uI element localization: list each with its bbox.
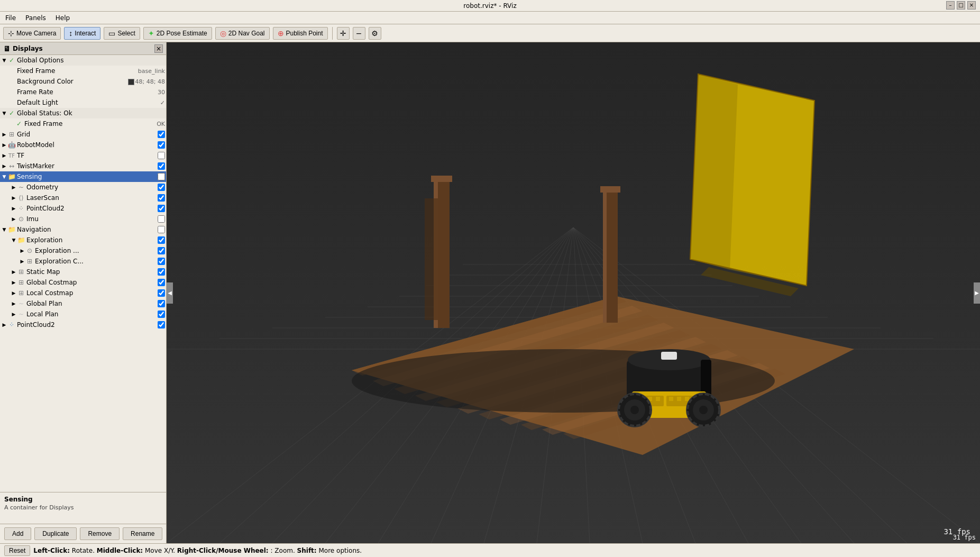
navigation-arrow: ▼ [1,226,7,233]
twistmarker-row[interactable]: ▶ ↔ TwistMarker [0,161,166,171]
minimize-btn[interactable]: – [946,1,955,10]
menu-file[interactable]: File [3,13,18,23]
rename-button[interactable]: Rename [123,527,162,540]
sensing-row[interactable]: ▼ 📁 Sensing [0,171,166,182]
menu-help[interactable]: Help [53,13,72,23]
twistmarker-label: TwistMarker [17,162,155,170]
properties-description: A container for Displays [4,504,162,511]
odometry-row[interactable]: ▶ ~ Odometry [0,182,166,193]
pointcloud2-row[interactable]: ▶ ⁘ PointCloud2 [0,319,166,330]
bg-color-row[interactable]: Background Color 48; 48; 48 [0,76,166,87]
pointcloud2-s-row[interactable]: ▶ ⁘ PointCloud2 [0,203,166,214]
global-options-row[interactable]: ▼ ✓ Global Options [0,55,166,66]
imu-checkbox[interactable] [158,215,165,223]
global-costmap-icon: ⊞ [17,278,25,287]
frame-rate-row[interactable]: Frame Rate 30 [0,87,166,97]
collapse-right-handle[interactable]: ▶ [974,282,980,304]
exploration-checkbox[interactable] [158,236,165,244]
navigation-checkbox[interactable] [158,226,165,233]
local-costmap-row[interactable]: ▶ ⊞ Local Costmap [0,288,166,298]
global-plan-row[interactable]: ▶ ~ Global Plan [0,298,166,309]
exploration-c-icon: ⊞ [25,257,34,266]
local-plan-row[interactable]: ▶ ~ Local Plan [0,309,166,319]
crosshair-button[interactable]: ✛ [337,27,350,40]
global-status-row[interactable]: ▼ ✓ Global Status: Ok [0,108,166,118]
maximize-btn[interactable]: □ [957,1,965,10]
remove-button[interactable]: Remove [80,527,120,540]
default-light-value: ✓ [160,99,165,106]
properties-title: Sensing [4,496,162,503]
displays-header: 🖥 Displays × [0,42,166,55]
odometry-checkbox[interactable] [158,184,165,191]
status-ok-icon: ✓ [15,120,23,128]
tf-checkbox[interactable] [158,152,165,159]
twistmarker-checkbox[interactable] [158,162,165,170]
static-map-checkbox[interactable] [158,268,165,276]
twistmarker-arrow: ▶ [1,163,7,169]
tree-panel[interactable]: ▼ ✓ Global Options Fixed Frame base_link… [0,55,166,492]
interact-button[interactable]: ↕ Interact [64,27,100,40]
publish-point-label: Publish Point [286,30,323,37]
global-status-fixed-frame-row[interactable]: ✓ Fixed Frame OK [0,118,166,129]
global-options-arrow: ▼ [1,57,7,63]
imu-row[interactable]: ▶ ⊙ Imu [0,214,166,224]
grid-row[interactable]: ▶ ⊞ Grid [0,129,166,140]
static-map-arrow: ▶ [11,269,17,275]
exploration-sub-row[interactable]: ▶ ⊙ Exploration ... [0,245,166,256]
tf-row[interactable]: ▶ TF TF [0,150,166,161]
grid-checkbox[interactable] [158,131,165,138]
static-map-row[interactable]: ▶ ⊞ Static Map [0,267,166,277]
odometry-label: Odometry [26,184,155,191]
laserscan-row[interactable]: ▶ ⟨⟩ LaserScan [0,193,166,203]
add-button[interactable]: Add [4,527,31,540]
2d-nav-icon: ◎ [220,29,226,38]
svg-rect-44 [425,198,438,320]
robotmodel-row[interactable]: ▶ 🤖 RobotModel [0,140,166,150]
duplicate-button[interactable]: Duplicate [34,527,77,540]
left-click-label: Left-Click: [33,547,70,554]
minus-button[interactable]: − [353,27,365,40]
2d-nav-button[interactable]: ◎ 2D Nav Goal [215,27,270,40]
exploration-row[interactable]: ▼ 📁 Exploration [0,235,166,245]
local-plan-checkbox[interactable] [158,311,165,318]
menu-panels[interactable]: Panels [23,13,48,23]
global-costmap-row[interactable]: ▶ ⊞ Global Costmap [0,277,166,288]
publish-point-button[interactable]: ⊕ Publish Point [273,27,328,40]
pointcloud2-checkbox[interactable] [158,321,165,328]
right-click-desc: : Zoom. [271,547,297,554]
settings-button[interactable]: ⚙ [369,27,381,40]
bg-color-swatch [128,79,134,85]
exploration-c-row[interactable]: ▶ ⊞ Exploration C... [0,256,166,267]
exploration-sub-icon: ⊙ [25,246,34,255]
pointcloud2-s-label: PointCloud2 [26,205,155,212]
move-camera-button[interactable]: ⊹ Move Camera [3,27,61,40]
laserscan-checkbox[interactable] [158,194,165,202]
displays-close-button[interactable]: × [154,44,163,53]
global-costmap-checkbox[interactable] [158,279,165,286]
sensing-checkbox[interactable] [158,173,165,180]
exploration-folder-icon: 📁 [17,236,25,244]
default-light-row[interactable]: Default Light ✓ [0,97,166,108]
collapse-left-handle[interactable]: ◀ [167,282,173,304]
odometry-arrow: ▶ [11,184,17,190]
move-camera-icon: ⊹ [8,29,14,38]
viewport[interactable]: ◀ ▶ [167,42,980,543]
local-costmap-checkbox[interactable] [158,289,165,297]
global-plan-checkbox[interactable] [158,300,165,307]
pointcloud2-s-checkbox[interactable] [158,205,165,212]
exploration-sub-checkbox[interactable] [158,247,165,254]
3d-scene[interactable]: 31 fps [167,42,980,543]
shift-desc: More options. [318,547,362,554]
exploration-c-checkbox[interactable] [158,258,165,265]
fixed-frame-row[interactable]: Fixed Frame base_link [0,66,166,76]
shift-label: Shift: [297,547,317,554]
local-costmap-arrow: ▶ [11,290,17,296]
exploration-sub-arrow: ▶ [19,248,25,254]
robotmodel-checkbox[interactable] [158,141,165,149]
navigation-row[interactable]: ▼ 📁 Navigation [0,224,166,235]
reset-button[interactable]: Reset [4,545,30,556]
close-btn[interactable]: × [967,1,976,10]
select-button[interactable]: ▭ Select [104,27,140,40]
2d-pose-button[interactable]: ✦ 2D Pose Estimate [143,27,212,40]
exploration-c-arrow: ▶ [19,258,25,264]
